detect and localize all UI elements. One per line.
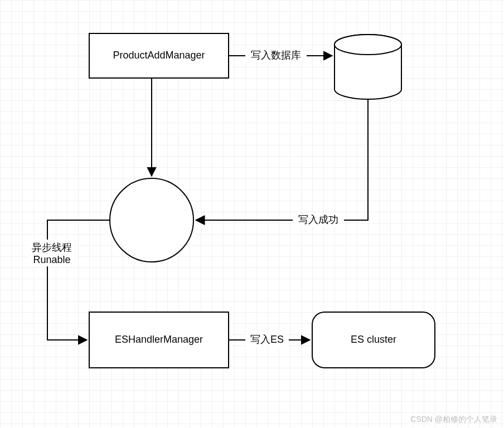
- node-es-cluster: ES cluster: [312, 312, 435, 368]
- edge-async-line1: 异步线程: [32, 242, 72, 253]
- diagram-canvas: ProductAddManager ESHandlerManager ES cl…: [0, 0, 504, 428]
- edge-write-db-label: 写入数据库: [251, 50, 301, 61]
- node-database: [335, 35, 401, 99]
- watermark-text: CSDN @柏修的个人笔录: [410, 415, 497, 425]
- edge-write-es-label: 写入ES: [250, 334, 284, 345]
- node-sync-circle: [110, 178, 193, 262]
- edge-eshandler-to-escluster: 写入ES: [229, 333, 310, 347]
- es-handler-manager-label: ESHandlerManager: [115, 334, 203, 345]
- svg-point-1: [335, 35, 401, 55]
- edge-db-to-circle: 写入成功: [196, 99, 368, 227]
- edge-product-to-db: 写入数据库: [229, 49, 332, 62]
- edge-write-success-label: 写入成功: [298, 214, 338, 225]
- svg-point-2: [110, 178, 193, 262]
- edge-async-line2: Runable: [33, 254, 70, 265]
- node-product-add-manager: ProductAddManager: [89, 33, 229, 78]
- es-cluster-label: ES cluster: [351, 334, 396, 345]
- node-es-handler-manager: ESHandlerManager: [89, 312, 229, 368]
- product-add-manager-label: ProductAddManager: [113, 50, 205, 61]
